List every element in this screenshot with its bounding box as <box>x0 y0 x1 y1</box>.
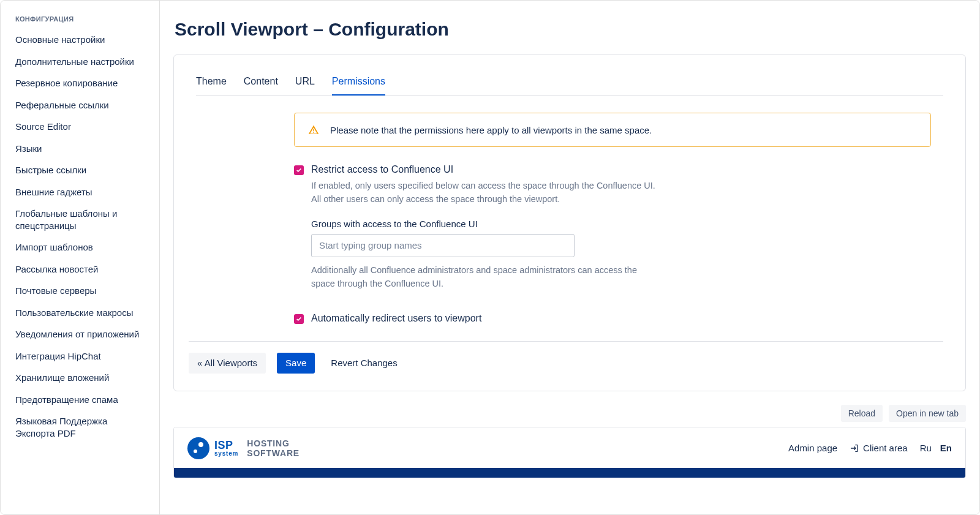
tab-url[interactable]: URL <box>295 72 315 96</box>
warning-text: Please note that the permissions here ap… <box>330 125 652 135</box>
lang-en[interactable]: En <box>940 443 952 453</box>
sidebar-item-quick-links[interactable]: Быстрые ссылки <box>1 159 159 181</box>
warning-icon <box>308 124 319 135</box>
open-new-tab-button[interactable]: Open in new tab <box>889 405 966 422</box>
embed-card: ISP system HOSTING SOFTWARE Admin page C… <box>173 427 966 478</box>
restrict-access-checkbox[interactable] <box>294 165 304 175</box>
svg-rect-1 <box>313 132 314 133</box>
groups-field-group: Groups with access to the Confluence UI … <box>311 219 931 291</box>
sidebar-item-external-gadgets[interactable]: Внешние гаджеты <box>1 181 159 203</box>
embed-nav: Admin page Client area Ru En <box>788 443 952 453</box>
isp-logo-icon <box>187 437 209 459</box>
sidebar-item-referral-links[interactable]: Реферальные ссылки <box>1 94 159 116</box>
isp-logo-text-bottom: system <box>214 451 238 457</box>
sidebar-section-title: КОНФИГУРАЦИЯ <box>1 15 159 29</box>
app-frame: КОНФИГУРАЦИЯ Основные настройки Дополнит… <box>0 0 980 515</box>
sidebar-item-app-notifications[interactable]: Уведомления от приложений <box>1 323 159 345</box>
restrict-access-option: Restrict access to Confluence UI <box>294 164 931 175</box>
sidebar-item-spam-prevention[interactable]: Предотвращение спама <box>1 389 159 411</box>
screenshot-toolbar: Reload Open in new tab <box>173 405 966 422</box>
sidebar-item-languages[interactable]: Языки <box>1 138 159 160</box>
all-viewports-button[interactable]: « All Viewports <box>189 353 266 374</box>
groups-field-label: Groups with access to the Confluence UI <box>311 219 931 229</box>
embed-header: ISP system HOSTING SOFTWARE Admin page C… <box>174 427 965 459</box>
reload-button[interactable]: Reload <box>841 405 883 422</box>
groups-help-text: Additionally all Confluence administrato… <box>311 263 654 291</box>
isp-logo-text-top: ISP <box>214 440 238 451</box>
restrict-access-description: If enabled, only users specified below c… <box>311 179 691 206</box>
client-area-link[interactable]: Client area <box>850 443 908 453</box>
revert-changes-button[interactable]: Revert Changes <box>326 353 402 374</box>
hosting-software-text: HOSTING SOFTWARE <box>247 438 300 458</box>
restrict-desc-line2: All other users can only access the spac… <box>311 194 560 204</box>
svg-rect-0 <box>313 129 314 132</box>
tab-theme[interactable]: Theme <box>196 72 227 96</box>
config-panel: Theme Content URL Permissions Please not… <box>173 55 966 391</box>
language-switcher: Ru En <box>920 443 952 453</box>
lang-ru[interactable]: Ru <box>920 443 932 453</box>
sidebar: КОНФИГУРАЦИЯ Основные настройки Дополнит… <box>1 1 160 514</box>
sidebar-item-pdf-language-support[interactable]: Языковая Поддержка Экспорта PDF <box>1 410 159 444</box>
warning-notice: Please note that the permissions here ap… <box>294 113 931 147</box>
actions-bar: « All Viewports Save Revert Changes <box>189 341 943 374</box>
admin-page-link[interactable]: Admin page <box>788 443 837 453</box>
isp-logo: ISP system <box>187 437 238 459</box>
sidebar-item-news-distribution[interactable]: Рассылка новостей <box>1 258 159 280</box>
sidebar-item-import-templates[interactable]: Импорт шаблонов <box>1 236 159 258</box>
sidebar-item-advanced-settings[interactable]: Дополнительные настройки <box>1 51 159 73</box>
save-button[interactable]: Save <box>277 353 315 374</box>
groups-input[interactable] <box>311 234 575 257</box>
permissions-content: Please note that the permissions here ap… <box>196 113 943 324</box>
sidebar-item-backup[interactable]: Резервное копирование <box>1 72 159 94</box>
tab-permissions[interactable]: Permissions <box>332 72 385 96</box>
auto-redirect-checkbox[interactable] <box>294 314 304 324</box>
embed-nav-strip <box>174 468 965 478</box>
tabs: Theme Content URL Permissions <box>196 72 943 96</box>
login-icon <box>850 443 859 453</box>
sidebar-item-user-macros[interactable]: Пользовательские макросы <box>1 302 159 324</box>
sidebar-item-hipchat-integration[interactable]: Интеграция HipChat <box>1 345 159 367</box>
restrict-desc-line1: If enabled, only users specified below c… <box>311 181 655 190</box>
client-area-label: Client area <box>863 443 908 453</box>
sidebar-item-attachment-storage[interactable]: Хранилище вложений <box>1 367 159 389</box>
hosting-text-top: HOSTING <box>247 438 300 448</box>
restrict-access-label: Restrict access to Confluence UI <box>311 164 453 175</box>
tab-content[interactable]: Content <box>244 72 278 96</box>
sidebar-item-source-editor[interactable]: Source Editor <box>1 116 159 138</box>
sidebar-item-mail-servers[interactable]: Почтовые серверы <box>1 280 159 302</box>
sidebar-item-global-templates[interactable]: Глобальные шаблоны и спецстраницы <box>1 203 159 236</box>
embed-logo-group: ISP system HOSTING SOFTWARE <box>187 437 300 459</box>
auto-redirect-option: Automatically redirect users to viewport <box>294 313 931 324</box>
main-content: Scroll Viewport – Configuration Theme Co… <box>160 1 979 514</box>
auto-redirect-label: Automatically redirect users to viewport <box>311 313 481 324</box>
hosting-text-bottom: SOFTWARE <box>247 448 300 458</box>
sidebar-item-basic-settings[interactable]: Основные настройки <box>1 29 159 51</box>
page-title: Scroll Viewport – Configuration <box>173 19 966 40</box>
